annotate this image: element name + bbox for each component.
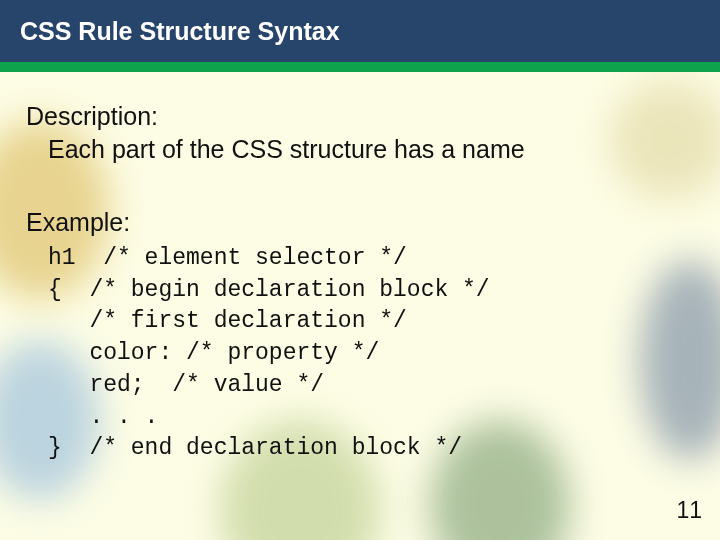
title-bar: CSS Rule Structure Syntax bbox=[0, 0, 720, 62]
code-line: color: /* property */ bbox=[48, 340, 379, 366]
code-block: h1 /* element selector */ { /* begin dec… bbox=[26, 243, 720, 465]
code-line: /* first declaration */ bbox=[48, 308, 407, 334]
description-text: Each part of the CSS structure has a nam… bbox=[26, 135, 720, 164]
code-line: red; /* value */ bbox=[48, 372, 324, 398]
code-line: h1 /* element selector */ bbox=[48, 245, 407, 271]
code-line: . . . bbox=[48, 404, 158, 430]
content-area: Description: Each part of the CSS struct… bbox=[0, 72, 720, 465]
code-line: { /* begin declaration block */ bbox=[48, 277, 490, 303]
example-label: Example: bbox=[26, 208, 720, 237]
page-number: 11 bbox=[676, 497, 702, 524]
description-label: Description: bbox=[26, 102, 720, 131]
slide: CSS Rule Structure Syntax Description: E… bbox=[0, 0, 720, 540]
accent-stripe bbox=[0, 62, 720, 72]
code-line: } /* end declaration block */ bbox=[48, 435, 462, 461]
slide-title: CSS Rule Structure Syntax bbox=[20, 17, 340, 46]
